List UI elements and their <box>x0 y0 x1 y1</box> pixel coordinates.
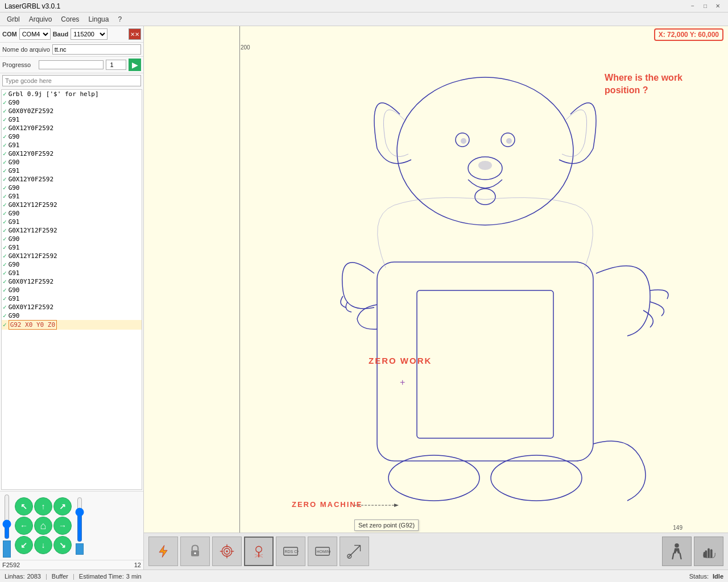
drawing-canvas <box>241 46 728 512</box>
zero-work-label: ZERO WORK <box>369 356 432 365</box>
maximize-btn[interactable]: □ <box>700 2 711 10</box>
console-line: ✓ Grbl 0.9j ['$' for help] <box>2 90 142 98</box>
console-line: ✓G91 <box>2 294 142 303</box>
tooltip-setzero: Set zero point (G92) <box>354 519 419 531</box>
jog-n-btn[interactable]: ↑ <box>34 497 52 516</box>
jog-e-btn[interactable]: → <box>53 517 72 535</box>
walk-btn[interactable] <box>662 537 692 566</box>
console-line: ✓G90 <box>2 209 142 218</box>
speed-value: F2592 <box>2 562 20 568</box>
zero-machine-label: ZERO MACHINE <box>292 500 362 509</box>
speed-indicator <box>76 543 84 555</box>
disconnect-btn[interactable]: ✕ <box>129 28 141 40</box>
jog-sw-btn[interactable]: ↙ <box>15 536 33 554</box>
baud-label: Baud <box>53 31 69 38</box>
console-line: ✓G0X12Y12F2592 <box>2 201 142 209</box>
console-line: ✓G0X12Y12F2592 <box>2 252 142 260</box>
svg-rect-1 <box>417 290 553 438</box>
status-label: Status: <box>689 573 709 580</box>
svg-point-8 <box>478 161 492 170</box>
axis-line-vertical <box>239 26 240 569</box>
svg-point-23 <box>226 550 228 552</box>
console-line: ✓G91 <box>2 167 142 175</box>
menu-grbl[interactable]: Grbl <box>2 14 24 24</box>
console-line-highlighted: ✓ G92 X0 Y0 Z0 <box>2 320 142 330</box>
menu-cores[interactable]: Cores <box>56 14 84 24</box>
svg-point-11 <box>491 455 582 501</box>
left-slider-container <box>2 494 11 558</box>
target-btn[interactable] <box>212 537 242 566</box>
console-line: ✓G90 <box>2 235 142 243</box>
progress-num[interactable] <box>106 60 126 70</box>
console-line: ✓G90 <box>2 260 142 269</box>
titlebar: LaserGRBL v3.0.1 − □ ✕ <box>0 0 728 13</box>
laser-btn[interactable] <box>244 537 274 566</box>
console-line: ✓G90 <box>2 132 142 141</box>
right-slider-container <box>75 497 84 555</box>
svg-text:RDS CNC: RDS CNC <box>285 550 299 554</box>
bottom-info: F2592 12 <box>0 560 143 569</box>
svg-point-36 <box>675 543 679 548</box>
homing-btn[interactable]: HOMING <box>308 537 337 566</box>
z-indicator <box>3 541 11 558</box>
com-baud-row: COM COM4 Baud 115200 ✕ <box>0 26 143 43</box>
rdscnc-btn[interactable]: RDS CNC <box>276 537 305 566</box>
progress-label: Progresso <box>2 61 36 68</box>
walk-icon <box>668 543 685 560</box>
z-slider[interactable] <box>2 494 11 539</box>
lock-btn[interactable] <box>180 537 210 566</box>
svg-rect-42 <box>710 549 713 558</box>
jog-se-btn[interactable]: ↘ <box>53 536 72 554</box>
com-select[interactable]: COM4 <box>19 28 51 40</box>
console-line: ✓G91 <box>2 141 142 149</box>
filename-row: Nome do arquivo tt.nc <box>0 43 143 57</box>
jog-row-top: ↖ ↑ ↗ <box>15 497 72 516</box>
menu-lingua[interactable]: Lingua <box>84 14 113 24</box>
minimize-btn[interactable]: − <box>687 2 698 10</box>
jog-ne-btn[interactable]: ↗ <box>53 497 72 516</box>
console-line: ✓G0X12Y0F2592 <box>2 149 142 158</box>
probe-btn[interactable] <box>340 537 369 566</box>
baud-select[interactable]: 115200 <box>71 28 107 40</box>
jog-nw-btn[interactable]: ↖ <box>15 497 33 516</box>
svg-marker-14 <box>159 546 167 558</box>
console-line: ✓G0X12Y0F2592 <box>2 175 142 184</box>
flash-btn[interactable] <box>148 537 178 566</box>
jog-w-btn[interactable]: ← <box>15 517 33 535</box>
gcode-input[interactable] <box>2 75 141 86</box>
filename-input[interactable]: tt.nc <box>52 44 141 55</box>
jog-buttons: ↖ ↑ ↗ ← ⌂ → ↙ ↓ ↘ <box>15 497 72 554</box>
jog-s-btn[interactable]: ↓ <box>34 536 52 554</box>
console-line: ✓G91 <box>2 243 142 252</box>
crosshair-icon: + <box>400 377 405 388</box>
play-btn[interactable]: ▶ <box>129 59 141 71</box>
menubar: Grbl Arquivo Cores Lingua ? <box>0 13 728 26</box>
window-controls: − □ ✕ <box>687 2 723 10</box>
progress-bar <box>39 60 104 69</box>
bottom-toolbar: RDS CNC HOMING Set zero poi <box>144 533 728 569</box>
console-line: ✓G91 <box>2 192 142 201</box>
console-line: ✓G0X0Y0ZF2592 <box>2 107 142 115</box>
hand-btn[interactable] <box>694 537 723 566</box>
menu-help[interactable]: ? <box>113 14 126 24</box>
jog-area: ↖ ↑ ↗ ← ⌂ → ↙ ↓ ↘ <box>0 491 143 560</box>
console-line: ✓G0X0Y12F2592 <box>2 303 142 311</box>
close-btn[interactable]: ✕ <box>712 2 723 10</box>
jog-row-bot: ↙ ↓ ↘ <box>15 536 72 554</box>
homing-icon: HOMING <box>315 543 330 559</box>
svg-rect-41 <box>708 548 710 558</box>
svg-line-37 <box>673 554 674 559</box>
jog-home-btn[interactable]: ⌂ <box>34 517 52 535</box>
console-line: ✓G90 <box>2 184 142 192</box>
speed-slider[interactable] <box>75 497 84 542</box>
buffer-label: Buffer <box>52 573 68 580</box>
left-panel: COM COM4 Baud 115200 ✕ Nome do arquivo t… <box>0 26 144 569</box>
canvas-area: X: 72,000 Y: 60,000 Where is the work po… <box>144 26 728 569</box>
menu-arquivo[interactable]: Arquivo <box>24 14 57 24</box>
main-layout: COM COM4 Baud 115200 ✕ Nome do arquivo t… <box>0 26 728 569</box>
flash-icon <box>155 543 171 559</box>
status-value: Idle <box>713 573 723 580</box>
console-line: ✓G90 <box>2 286 142 294</box>
svg-point-10 <box>388 455 479 501</box>
jog-row-mid: ← ⌂ → <box>15 517 72 535</box>
